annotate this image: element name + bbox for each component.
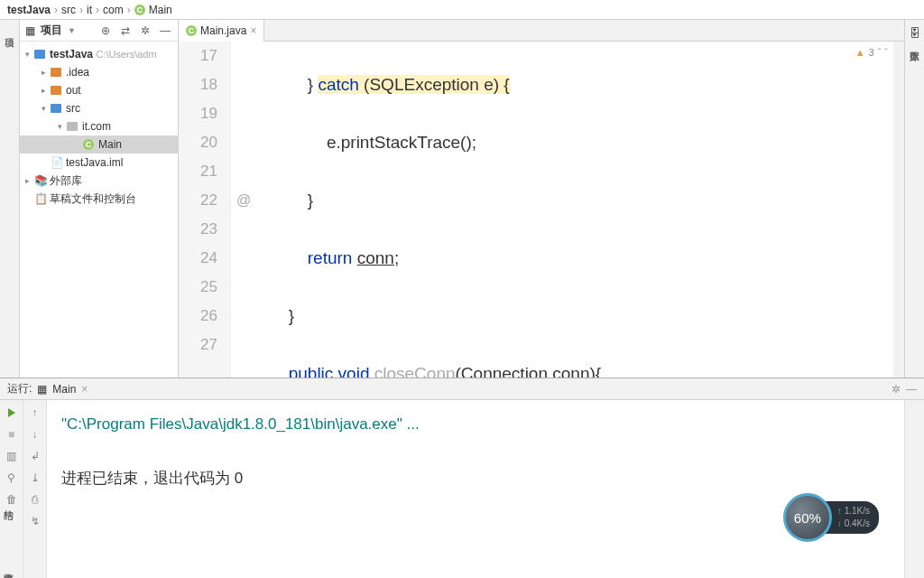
warning-icon: ▲ — [855, 47, 865, 58]
line-num: 24 — [179, 244, 217, 273]
rerun-icon[interactable] — [5, 406, 19, 420]
pin-icon[interactable]: ⚲ — [5, 471, 19, 485]
tree-label: out — [66, 84, 81, 97]
project-tool-button[interactable]: 项目 — [3, 27, 16, 34]
scroll-end-icon[interactable]: ⤓ — [28, 471, 42, 485]
print-icon[interactable]: ⎙ — [28, 492, 42, 507]
line-num: 20 — [179, 128, 217, 157]
down-speed: 0.4K/s — [845, 518, 870, 528]
run-toolbar-2: ↑ ↓ ↲ ⤓ ⎙ ↯ — [23, 400, 47, 578]
structure-tool-button[interactable]: 结构 — [2, 499, 15, 506]
tab-main[interactable]: C Main.java × — [179, 20, 264, 42]
code-text: } — [260, 186, 893, 215]
right-tool-strip: 🗄 数据库 — [904, 20, 924, 378]
hide-icon[interactable]: — — [158, 23, 172, 38]
tab-bar: C Main.java × — [179, 20, 904, 42]
tree-label: testJava.iml — [66, 156, 123, 169]
line-num: 27 — [179, 331, 217, 359]
breadcrumb-item[interactable]: src — [61, 4, 76, 16]
code-text: e.printStackTrace(); — [260, 128, 893, 157]
override-marker-icon[interactable]: @ — [231, 186, 256, 215]
breadcrumb-item[interactable]: testJava — [7, 4, 51, 16]
favorites-tool-button[interactable]: 收藏夹 — [2, 562, 15, 569]
gutter-marks: @ — [231, 42, 256, 378]
breadcrumb-item[interactable]: com — [103, 4, 124, 16]
class-icon: C — [186, 25, 197, 36]
tree-item-out[interactable]: ▸out — [20, 81, 178, 99]
line-gutter: 17 18 19 20 21 22 23 24 25 26 27 — [179, 42, 231, 378]
run-config-name[interactable]: Main — [52, 383, 76, 396]
stop-icon[interactable]: ■ — [5, 427, 19, 442]
chevron-down-icon[interactable]: ˇ — [884, 47, 888, 58]
tree-label: 外部库 — [50, 173, 82, 189]
clear-icon[interactable]: ↯ — [28, 514, 42, 528]
tree-item-main[interactable]: CMain — [20, 135, 178, 154]
line-num: 18 — [179, 70, 217, 99]
warning-count: 3 — [869, 47, 874, 58]
console-output[interactable]: "C:\Program Files\Java\jdk1.8.0_181\bin\… — [47, 400, 904, 578]
close-icon[interactable]: × — [250, 24, 256, 37]
breadcrumb-item[interactable]: it — [87, 4, 92, 16]
soft-wrap-icon[interactable]: ↲ — [28, 449, 42, 463]
layout-icon[interactable]: ▥ — [5, 449, 19, 463]
select-opened-icon[interactable]: ⊕ — [98, 23, 113, 38]
tree-label: 草稿文件和控制台 — [50, 191, 136, 207]
code-text: } — [260, 302, 893, 331]
perf-circle: 60% — [783, 493, 832, 542]
dropdown-icon[interactable]: ▼ — [68, 26, 76, 35]
tree-item-iml[interactable]: 📄testJava.iml — [20, 154, 178, 172]
up-arrow-icon: ↑ — [837, 506, 842, 516]
project-dropdown-icon[interactable]: ▦ — [25, 24, 35, 37]
breadcrumb-item[interactable]: Main — [149, 4, 172, 16]
database-tool-button[interactable]: 数据库 — [908, 40, 921, 47]
tree-label: .idea — [66, 66, 89, 79]
project-panel: ▦ 项目 ▼ ⊕ ⇄ ✲ — ▾testJava C:\Users\adm ▸.… — [20, 20, 179, 378]
tab-label: Main.java — [200, 24, 246, 37]
down-arrow-icon: ↓ — [837, 518, 842, 528]
panel-title: 项目 — [41, 23, 62, 38]
left-tool-strip: 项目 — [0, 20, 20, 378]
tree-root[interactable]: ▾testJava C:\Users\adm — [20, 45, 178, 63]
settings-icon[interactable]: ✲ — [138, 23, 152, 38]
tree-item-ext[interactable]: ▸📚外部库 — [20, 172, 178, 190]
console-cmd: "C:\Program Files\Java\jdk1.8.0_181\bin\… — [61, 411, 890, 438]
code-text — [260, 248, 308, 267]
chevron-icon: › — [96, 4, 99, 16]
run-panel: 运行: ▦ Main × ✲ — ■ ▥ ⚲ 🗑 ↑ ↓ ↲ ⤓ ⎙ ↯ "C:… — [0, 378, 924, 578]
hide-icon[interactable]: — — [906, 383, 917, 396]
down-icon[interactable]: ↓ — [28, 427, 42, 442]
run-config-icon: ▦ — [37, 383, 47, 396]
tree-item-pkg[interactable]: ▾it.com — [20, 117, 178, 135]
tree-hint: C:\Users\adm — [96, 49, 156, 60]
code-content[interactable]: } catch (SQLException e) { e.printStackT… — [256, 42, 893, 378]
code-text: } — [260, 75, 318, 94]
chevron-icon: › — [79, 4, 83, 16]
editor-area: C Main.java × 17 18 19 20 21 22 23 24 25… — [179, 20, 904, 378]
class-icon: C — [134, 5, 145, 15]
inspection-indicator[interactable]: ▲ 3 ˆ ˇ — [855, 47, 888, 58]
tree-item-idea[interactable]: ▸.idea — [20, 63, 178, 81]
line-num: 19 — [179, 99, 217, 128]
tree-label: src — [66, 102, 80, 115]
code-area[interactable]: 17 18 19 20 21 22 23 24 25 26 27 @ } cat… — [179, 42, 904, 378]
up-speed: 1.1K/s — [845, 506, 870, 516]
run-header: 运行: ▦ Main × ✲ — — [0, 378, 924, 400]
tree-item-scratch[interactable]: 📋草稿文件和控制台 — [20, 190, 178, 208]
close-icon[interactable]: × — [81, 383, 88, 396]
perf-percent: 60% — [794, 510, 821, 526]
line-num: 17 — [179, 42, 217, 70]
settings-icon[interactable]: ✲ — [892, 383, 901, 396]
expand-icon[interactable]: ⇄ — [118, 23, 133, 38]
tree-label: it.com — [82, 120, 111, 133]
perf-widget[interactable]: 60% ↑ 1.1K/s ↓ 0.4K/s — [783, 493, 879, 542]
tree-item-src[interactable]: ▾src — [20, 99, 178, 117]
code-keyword: catch — [318, 75, 358, 94]
breadcrumb: testJava › src › it › com › C Main — [0, 0, 924, 20]
up-icon[interactable]: ↑ — [28, 406, 42, 420]
chevron-icon: › — [54, 4, 58, 16]
tree-label: Main — [98, 138, 122, 151]
database-tool-icon[interactable]: 🗄 — [910, 27, 920, 40]
chevron-up-icon[interactable]: ˆ — [878, 47, 882, 58]
scrollbar[interactable] — [893, 42, 904, 378]
run-toolbar-1: ■ ▥ ⚲ 🗑 — [0, 400, 23, 578]
